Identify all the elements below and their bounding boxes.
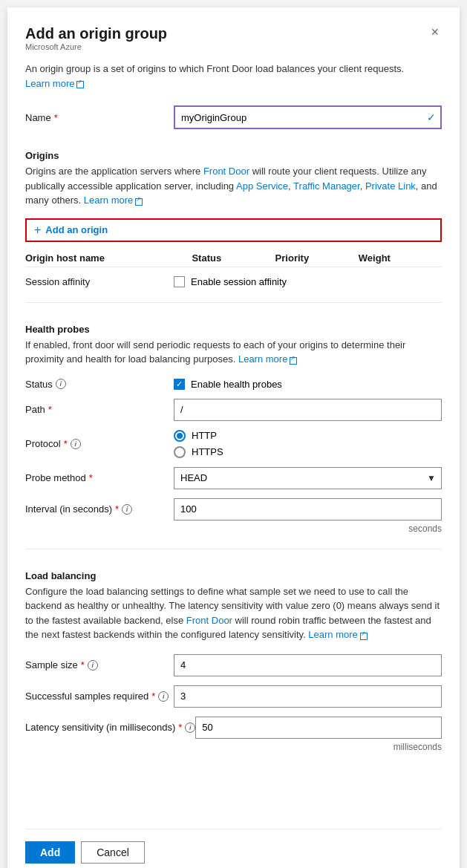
footer-bar: Add Cancel [25,829,442,868]
add-origin-button[interactable]: + Add an origin [25,218,442,242]
name-check-icon: ✓ [427,111,436,123]
add-origin-label: Add an origin [45,224,108,235]
latency-info-icon[interactable]: i [185,722,195,733]
path-required-star: * [48,404,52,415]
external-link-icon [76,81,84,88]
latency-required-star: * [178,722,182,733]
probe-method-select[interactable]: HEAD GET [174,467,442,489]
origins-description: Origins are the application servers wher… [25,164,442,208]
sample-size-input[interactable] [174,654,442,676]
interval-input[interactable] [174,498,442,521]
probe-method-label: Probe method * [25,472,174,483]
latency-input[interactable] [195,717,442,739]
health-probes-learn-more-link[interactable]: Learn more [238,353,287,365]
panel-header: Add an origin group Microsoft Azure × [25,25,442,60]
interval-info-icon[interactable]: i [122,504,132,515]
plus-icon: + [34,223,41,237]
session-affinity-row: Session affinity Enable session affinity [25,276,442,287]
interval-label: Interval (in seconds) * i [25,503,174,515]
session-affinity-checkbox-row: Enable session affinity [174,276,287,287]
session-affinity-checkbox-label: Enable session affinity [191,276,287,287]
protocol-required-star: * [64,438,68,449]
panel-title: Add an origin group [25,25,167,42]
protocol-https-label: HTTPS [192,446,223,457]
origins-table-header: Origin host name Status Priority Weight [25,249,442,267]
col-host-name: Origin host name [25,252,192,264]
interval-field-row: Interval (in seconds) * i [25,498,442,521]
origins-section: Origins Origins are the application serv… [25,150,442,215]
origins-title: Origins [25,150,442,161]
successful-samples-input[interactable] [174,685,442,708]
sample-size-required-star: * [81,659,85,670]
section-divider-2 [25,549,442,549]
origins-learn-more-link[interactable]: Learn more [84,195,133,206]
close-button[interactable]: × [428,25,442,39]
probe-method-field-row: Probe method * HEAD GET ▼ [25,467,442,489]
successful-samples-label: Successful samples required * i [25,691,174,702]
load-balancing-external-icon [360,633,368,640]
intro-description: An origin group is a set of origins to w… [25,62,442,91]
name-input-wrapper: ✓ [174,105,442,129]
status-checkbox-row: Enable health probes [174,379,282,390]
load-balancing-section: Load balancing Configure the load balanc… [25,570,442,651]
probe-method-select-wrapper: HEAD GET ▼ [174,467,442,489]
health-probes-section: Health probes If enabled, front door wil… [25,324,442,376]
intro-text: An origin group is a set of origins to w… [25,63,404,74]
add-button[interactable]: Add [25,841,75,864]
protocol-radio-group: HTTP HTTPS [174,430,223,458]
path-label: Path * [25,404,174,415]
health-probes-title: Health probes [25,324,442,335]
protocol-https-radio[interactable] [174,446,186,458]
health-probes-external-icon [290,357,297,365]
sample-size-info-icon[interactable]: i [88,660,98,670]
load-balancing-description: Configure the load balancing settings to… [25,584,442,642]
protocol-field-row: Protocol * i HTTP HTTPS [25,430,442,458]
latency-suffix: milliseconds [25,742,442,752]
col-priority: Priority [275,252,359,264]
load-balancing-learn-more-link[interactable]: Learn more [308,629,357,640]
name-input[interactable] [174,105,442,129]
name-label: Name * [25,112,174,123]
status-label: Status i [25,379,174,390]
session-affinity-checkbox[interactable] [174,276,185,287]
add-origin-group-panel: Add an origin group Microsoft Azure × An… [7,7,460,868]
status-info-icon[interactable]: i [56,379,66,389]
protocol-http-radio[interactable] [174,430,186,442]
name-field-row: Name * ✓ [25,105,442,129]
health-probes-desc-text: If enabled, front door will send periodi… [25,339,405,365]
intro-learn-more-link[interactable]: Learn more [25,78,74,89]
col-weight: Weight [359,252,442,264]
protocol-https-row[interactable]: HTTPS [174,446,223,458]
successful-samples-required-star: * [151,691,155,702]
name-required-star: * [54,112,58,123]
enable-health-probes-label: Enable health probes [191,379,282,390]
sample-size-field-row: Sample size * i [25,654,442,676]
successful-samples-field-row: Successful samples required * i [25,685,442,708]
section-divider-1 [25,302,442,303]
enable-health-probes-checkbox[interactable] [174,379,185,390]
status-field-row: Status i Enable health probes [25,379,442,390]
interval-suffix: seconds [25,523,442,534]
sample-size-label: Sample size * i [25,659,174,670]
panel-subtitle: Microsoft Azure [25,42,167,51]
latency-label: Latency sensitivity (in milliseconds) * … [25,722,195,733]
session-affinity-label: Session affinity [25,276,174,287]
path-field-row: Path * [25,399,442,421]
cancel-button[interactable]: Cancel [81,841,145,864]
load-balancing-desc-text: Configure the load balancing settings to… [25,586,440,641]
interval-required-star: * [115,503,119,515]
protocol-info-icon[interactable]: i [71,439,81,449]
path-input[interactable] [174,399,442,421]
probe-method-required-star: * [89,472,93,483]
protocol-http-row[interactable]: HTTP [174,430,223,442]
successful-samples-info-icon[interactable]: i [158,691,169,702]
col-status: Status [192,252,275,264]
protocol-http-label: HTTP [192,430,217,441]
protocol-label: Protocol * i [25,438,174,449]
health-probes-description: If enabled, front door will send periodi… [25,338,442,367]
latency-field-row: Latency sensitivity (in milliseconds) * … [25,717,442,739]
origins-external-icon [135,198,143,206]
load-balancing-title: Load balancing [25,570,442,581]
